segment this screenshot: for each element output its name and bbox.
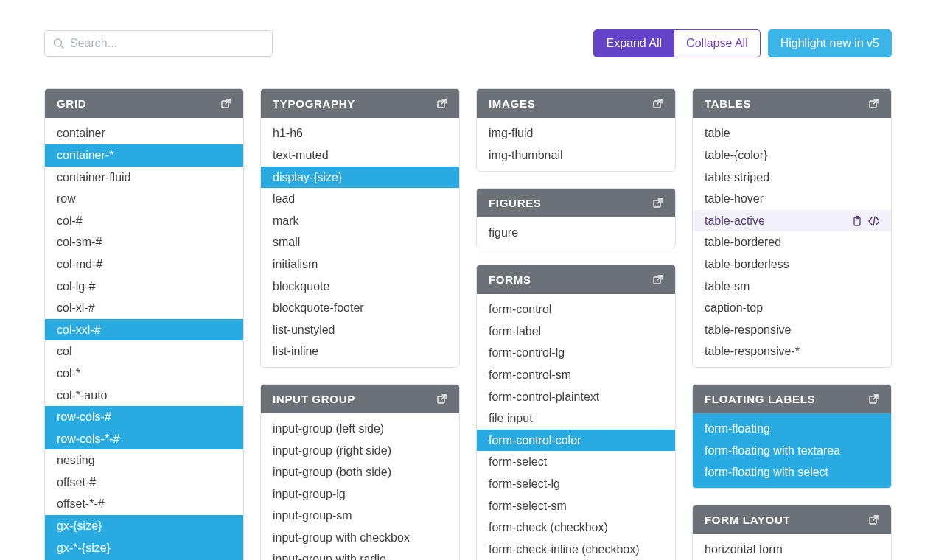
- list-item[interactable]: input-group (both side): [261, 461, 459, 483]
- list-item[interactable]: form-floating: [693, 413, 891, 440]
- list-item[interactable]: img-thumbnail: [477, 144, 675, 171]
- panel-title: TYPOGRAPHY: [273, 97, 355, 110]
- list-item[interactable]: col: [45, 340, 243, 363]
- list-item[interactable]: form-select-sm: [477, 495, 675, 517]
- list-item[interactable]: gx-{size}: [45, 515, 243, 537]
- highlight-new-button[interactable]: Highlight new in v5: [768, 29, 892, 57]
- panel-body: form-controlform-labelform-control-lgfor…: [477, 294, 675, 560]
- list-item[interactable]: blockquote: [261, 276, 459, 298]
- list-item[interactable]: img-fluid: [477, 118, 675, 144]
- list-item[interactable]: form-control-plaintext: [477, 386, 675, 408]
- panel-header[interactable]: INPUT GROUP: [261, 385, 459, 413]
- list-item-label: col-*-auto: [57, 388, 107, 404]
- list-item[interactable]: mark: [261, 210, 459, 232]
- list-item[interactable]: form-floating with textarea: [693, 440, 891, 462]
- list-item[interactable]: offset-#: [45, 472, 243, 494]
- collapse-all-button[interactable]: Collapse All: [674, 29, 761, 57]
- panel-header[interactable]: FORM LAYOUT: [693, 505, 891, 534]
- list-item[interactable]: row-cols-*-#: [45, 428, 243, 450]
- external-link-icon[interactable]: [652, 274, 663, 285]
- list-item[interactable]: table-striped: [693, 167, 891, 189]
- list-item[interactable]: list-inline: [261, 340, 459, 367]
- external-link-icon[interactable]: [868, 98, 879, 109]
- list-item[interactable]: form-control-lg: [477, 342, 675, 364]
- list-item[interactable]: col-*-auto: [45, 385, 243, 407]
- list-item[interactable]: col-sm-#: [45, 231, 243, 253]
- list-item[interactable]: table-active: [693, 210, 891, 232]
- list-item-label: row-cols-#: [57, 409, 111, 425]
- list-item[interactable]: table-hover: [693, 188, 891, 210]
- panel-header[interactable]: FORMS: [477, 265, 675, 294]
- list-item[interactable]: form-select-lg: [477, 473, 675, 495]
- code-icon[interactable]: [868, 215, 879, 226]
- list-item-label: input-group with checkbox: [273, 530, 410, 546]
- list-item[interactable]: input-group-sm: [261, 505, 459, 527]
- list-item[interactable]: container: [45, 118, 243, 144]
- list-item[interactable]: row-cols-#: [45, 406, 243, 428]
- list-item[interactable]: col-*: [45, 363, 243, 385]
- panel-header[interactable]: IMAGES: [477, 89, 675, 118]
- list-item[interactable]: col-xxl-#: [45, 319, 243, 341]
- list-item[interactable]: figure: [477, 217, 675, 248]
- external-link-icon[interactable]: [436, 393, 447, 405]
- list-item[interactable]: row: [45, 188, 243, 210]
- list-item[interactable]: table-sm: [693, 276, 891, 298]
- list-item[interactable]: container-*: [45, 144, 243, 167]
- list-item[interactable]: file input: [477, 407, 675, 430]
- list-item[interactable]: table-responsive-*: [693, 340, 891, 367]
- list-item[interactable]: table: [693, 118, 891, 144]
- panel-header[interactable]: TYPOGRAPHY: [261, 89, 459, 118]
- list-item[interactable]: form-check-inline (checkbox): [477, 539, 675, 560]
- list-item[interactable]: input-group-lg: [261, 483, 459, 505]
- list-item[interactable]: col-#: [45, 210, 243, 232]
- clipboard-icon[interactable]: [851, 215, 862, 226]
- search-input[interactable]: [44, 30, 273, 57]
- list-item[interactable]: input-group (left side): [261, 413, 459, 440]
- list-item[interactable]: lead: [261, 188, 459, 210]
- list-item[interactable]: col-md-#: [45, 253, 243, 276]
- list-item[interactable]: gx-*-{size}: [45, 537, 243, 559]
- list-item[interactable]: form-control: [477, 294, 675, 321]
- list-item[interactable]: caption-top: [693, 297, 891, 319]
- panel-header[interactable]: GRID: [45, 89, 243, 118]
- list-item[interactable]: text-muted: [261, 144, 459, 167]
- external-link-icon[interactable]: [868, 514, 879, 525]
- list-item[interactable]: nesting: [45, 449, 243, 472]
- list-item[interactable]: form-control-sm: [477, 364, 675, 386]
- list-item[interactable]: col-xl-#: [45, 297, 243, 319]
- external-link-icon[interactable]: [868, 393, 879, 405]
- list-item[interactable]: table-responsive: [693, 319, 891, 341]
- expand-all-button[interactable]: Expand All: [593, 29, 674, 57]
- list-item[interactable]: input-group with checkbox: [261, 527, 459, 549]
- list-item[interactable]: table-borderless: [693, 253, 891, 276]
- panel-header[interactable]: FIGURES: [477, 189, 675, 217]
- panel-header[interactable]: TABLES: [693, 89, 891, 118]
- list-item[interactable]: small: [261, 231, 459, 253]
- list-item[interactable]: table-bordered: [693, 231, 891, 253]
- list-item[interactable]: form-check (checkbox): [477, 517, 675, 539]
- list-item[interactable]: display-{size}: [261, 167, 459, 189]
- list-item[interactable]: offset-*-#: [45, 493, 243, 515]
- list-item[interactable]: input-group (right side): [261, 440, 459, 462]
- external-link-icon[interactable]: [220, 98, 231, 109]
- list-item[interactable]: h1-h6: [261, 118, 459, 144]
- list-item[interactable]: form-control-color: [477, 430, 675, 452]
- panels-grid: GRIDcontainercontainer-*container-fluidr…: [44, 88, 892, 560]
- list-item[interactable]: form-select: [477, 451, 675, 473]
- list-item[interactable]: initialism: [261, 253, 459, 276]
- external-link-icon[interactable]: [652, 98, 663, 109]
- list-item-label: col-#: [57, 213, 83, 229]
- list-item[interactable]: input-group with radio: [261, 548, 459, 560]
- external-link-icon[interactable]: [436, 98, 447, 109]
- list-item[interactable]: form-label: [477, 321, 675, 343]
- panel-header[interactable]: FLOATING LABELS: [693, 385, 891, 413]
- external-link-icon[interactable]: [652, 197, 663, 209]
- list-item[interactable]: horizontal form: [693, 534, 891, 560]
- list-item[interactable]: list-unstyled: [261, 319, 459, 341]
- list-item-label: form-floating with select: [705, 464, 828, 480]
- list-item[interactable]: blockquote-footer: [261, 297, 459, 319]
- list-item[interactable]: container-fluid: [45, 167, 243, 189]
- list-item[interactable]: form-floating with select: [693, 461, 891, 488]
- list-item[interactable]: table-{color}: [693, 144, 891, 167]
- list-item[interactable]: col-lg-#: [45, 276, 243, 298]
